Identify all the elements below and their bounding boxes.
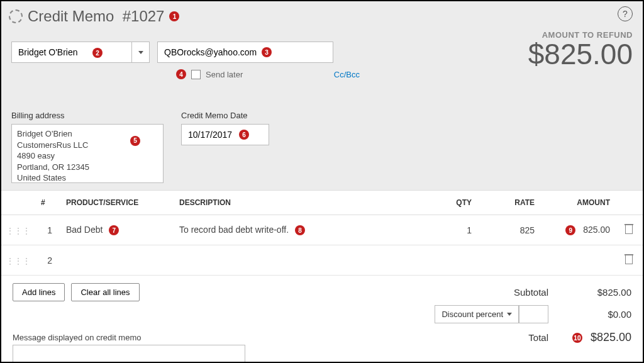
ccbcc-link[interactable]: Cc/Bcc bbox=[334, 70, 360, 79]
annotation-10: 10 bbox=[572, 333, 582, 343]
col-header-product: PRODUCT/SERVICE bbox=[61, 191, 174, 215]
trash-icon[interactable] bbox=[625, 254, 633, 264]
discount-combo[interactable]: Discount percent bbox=[435, 305, 548, 323]
col-header-rate: RATE bbox=[477, 191, 540, 215]
send-later-checkbox[interactable] bbox=[191, 70, 201, 79]
clear-lines-button[interactable]: Clear all lines bbox=[71, 283, 139, 301]
col-header-num: # bbox=[36, 191, 61, 215]
message-textarea[interactable] bbox=[13, 345, 245, 363]
row-number: 1 bbox=[36, 215, 61, 245]
customer-dropdown-button[interactable] bbox=[131, 42, 149, 62]
annotation-3: 3 bbox=[262, 47, 272, 57]
product-cell[interactable]: Bad Debt 7 bbox=[61, 215, 174, 245]
description-cell[interactable] bbox=[174, 245, 420, 276]
date-label: Credit Memo Date bbox=[181, 111, 269, 120]
gear-icon[interactable] bbox=[9, 9, 23, 23]
annotation-4: 4 bbox=[176, 69, 186, 79]
help-icon[interactable]: ? bbox=[618, 6, 633, 21]
send-later-label: Send later bbox=[206, 70, 243, 79]
col-header-qty: QTY bbox=[420, 191, 477, 215]
annotation-1: 1 bbox=[169, 11, 179, 21]
header-area: Credit Memo #1027 1 ? AMOUNT TO REFUND $… bbox=[1, 1, 643, 190]
billing-address-textarea[interactable]: Bridget O'Brien CustomersRus LLC 4890 ea… bbox=[11, 124, 164, 183]
subtotal-label: Subtotal bbox=[514, 287, 548, 298]
rate-cell[interactable] bbox=[477, 245, 540, 276]
email-input[interactable] bbox=[157, 42, 333, 63]
customer-combo[interactable]: 2 bbox=[11, 42, 150, 63]
table-row[interactable]: ⋮⋮⋮ 2 bbox=[1, 245, 643, 276]
product-cell[interactable] bbox=[61, 245, 174, 276]
amount-cell[interactable]: 9 825.00 bbox=[540, 215, 615, 245]
qty-cell[interactable] bbox=[420, 245, 477, 276]
date-input[interactable] bbox=[181, 124, 269, 145]
rate-cell[interactable]: 825 bbox=[477, 215, 540, 245]
add-lines-button[interactable]: Add lines bbox=[13, 283, 65, 301]
discount-input[interactable] bbox=[519, 306, 548, 323]
billing-address-label: Billing address bbox=[11, 111, 164, 120]
customer-input[interactable] bbox=[12, 42, 131, 62]
annotation-7: 7 bbox=[109, 225, 119, 235]
annotation-5: 5 bbox=[130, 136, 140, 146]
col-header-description: DESCRIPTION bbox=[174, 191, 420, 215]
col-header-amount: AMOUNT bbox=[540, 191, 615, 215]
trash-icon[interactable] bbox=[625, 224, 633, 234]
line-items-table: # PRODUCT/SERVICE DESCRIPTION QTY RATE A… bbox=[1, 190, 643, 276]
qty-cell[interactable]: 1 bbox=[420, 215, 477, 245]
description-cell[interactable]: To record bad debt write-off. 8 bbox=[174, 215, 420, 245]
row-number: 2 bbox=[36, 245, 61, 276]
annotation-2: 2 bbox=[92, 48, 103, 58]
total-label: Total bbox=[528, 332, 548, 343]
table-row[interactable]: ⋮⋮⋮ 1 Bad Debt 7 To record bad debt writ… bbox=[1, 215, 643, 245]
amount-value: $825.00 bbox=[528, 40, 633, 69]
annotation-8: 8 bbox=[295, 225, 305, 235]
chevron-down-icon bbox=[507, 313, 512, 316]
discount-value: $0.00 bbox=[556, 309, 631, 320]
totals-block: Subtotal $825.00 Discount percent $0.00 … bbox=[405, 283, 631, 348]
drag-handle-icon[interactable]: ⋮⋮⋮ bbox=[6, 226, 31, 235]
total-value: 10 $825.00 bbox=[556, 331, 631, 344]
amount-cell[interactable] bbox=[540, 245, 615, 276]
discount-type-select[interactable]: Discount percent bbox=[435, 306, 519, 323]
chevron-down-icon bbox=[138, 51, 143, 54]
page-title: Credit Memo #1027 bbox=[28, 8, 164, 25]
subtotal-value: $825.00 bbox=[556, 287, 631, 298]
annotation-9: 9 bbox=[565, 225, 575, 235]
annotation-6: 6 bbox=[239, 130, 249, 140]
drag-handle-icon[interactable]: ⋮⋮⋮ bbox=[6, 257, 31, 265]
